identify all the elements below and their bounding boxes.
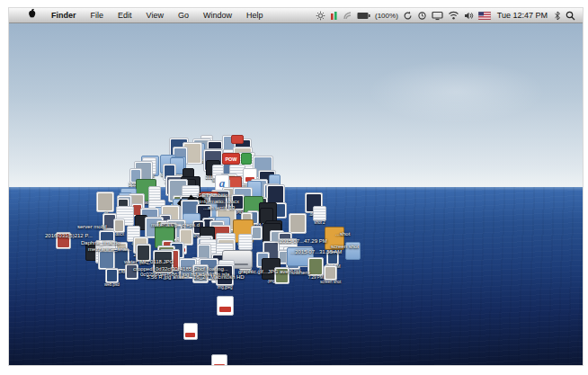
spotlight-icon[interactable] — [566, 11, 575, 21]
file-thumbnail — [290, 215, 305, 232]
file-thumbnail — [115, 220, 124, 231]
pow-image-icon[interactable]: POW — [222, 153, 240, 165]
file-label[interactable]: mezzanine_final... — [88, 246, 131, 252]
desktop-file-icon[interactable]: shot 2 — [313, 206, 326, 221]
file-label[interactable]: nowhere — [290, 270, 310, 275]
menu-bar: Finder File Edit View Go Window Help (10… — [9, 8, 583, 23]
menu-item-file[interactable]: File — [84, 8, 111, 22]
file-label[interactable]: water lMc_0118.JPG — [124, 259, 174, 264]
menu-bar-left: Finder File Edit View Go Window Help — [9, 8, 270, 23]
desktop-file-icon[interactable] — [217, 296, 234, 316]
file-label: .docx — [114, 233, 124, 237]
file-label[interactable]: materials/p...creps.d — [151, 222, 200, 228]
file-label[interactable]: graphic.gif...JPG ave — [238, 269, 289, 274]
desktop-file-icon[interactable]: .gif — [96, 192, 114, 212]
file-thumbnail — [107, 270, 117, 282]
file-label[interactable]: 5.56 R.jpg alias — [147, 274, 183, 280]
file-label[interactable]: 16_2( — [193, 274, 207, 280]
desktop-file-icon[interactable]: web.psd — [105, 268, 119, 284]
desktop-file-icon[interactable] — [98, 250, 115, 270]
menu-item-window[interactable]: Window — [196, 8, 239, 22]
file-label[interactable]: ...2015-07...47.29 PM — [275, 238, 327, 244]
file-label[interactable]: Daphne_final.do... — [81, 240, 125, 246]
desktop-file-icon[interactable]: .docx — [113, 219, 126, 233]
desktop-file-icon[interactable] — [183, 323, 198, 340]
file-label[interactable]: ...shot — [335, 231, 350, 237]
displays-icon[interactable] — [432, 11, 443, 21]
menu-item-go[interactable]: Go — [171, 8, 196, 22]
file-label: img.jpeg — [217, 286, 232, 290]
menu-clock[interactable]: Tue 12:47 PM — [495, 11, 549, 20]
file-thumbnail — [138, 246, 149, 260]
file-label[interactable]: server mobil... — [77, 224, 111, 229]
volume-icon[interactable] — [464, 11, 474, 21]
us-flag-icon[interactable] — [478, 12, 491, 20]
sync-icon[interactable] — [403, 11, 413, 21]
file-thumbnail — [98, 193, 112, 210]
file-label[interactable]: ...an territ. 13 — [203, 205, 235, 210]
file-label[interactable]: 2016-031(5)212 P... — [45, 233, 93, 238]
file-label[interactable]: ...2015-07...31.55 AM — [290, 249, 342, 254]
menu-item-edit[interactable]: Edit — [111, 8, 139, 22]
file-thumbnail — [181, 230, 192, 244]
gear-icon[interactable] — [316, 11, 325, 21]
file-label: web.psd — [104, 283, 120, 288]
file-thumbnail — [100, 252, 113, 268]
desktop-file-icon[interactable]: screen shot — [324, 265, 337, 281]
desktop-icon-cluster: untitled.pdf 22015-07.pngscreen shot7.29… — [9, 8, 583, 365]
apple-menu[interactable] — [20, 8, 44, 23]
file-label[interactable]: informatio...docx — [200, 199, 239, 204]
bluetooth-icon[interactable] — [554, 11, 561, 21]
time-machine-icon[interactable] — [417, 11, 427, 21]
battery-icon[interactable] — [357, 12, 370, 20]
desktop-file-icon[interactable]: web.psd — [211, 354, 227, 366]
menu-item-help[interactable]: Help — [239, 8, 271, 22]
desktop-file-icon[interactable] — [238, 234, 253, 251]
menu-item-view[interactable]: View — [139, 8, 171, 22]
battery-percent-label[interactable]: (100%) — [375, 12, 398, 20]
desktop-file-icon[interactable] — [251, 226, 263, 240]
menu-bar-status: (100%) Tue 12:47 PM — [316, 11, 583, 21]
desktop-screen: untitled.pdf 22015-07.pngscreen shot7.29… — [8, 7, 584, 366]
file-label: screen shot — [320, 281, 341, 285]
file-thumbnail — [268, 186, 283, 204]
wifi-icon[interactable] — [448, 11, 459, 20]
file-thumbnail — [275, 204, 285, 217]
file-label[interactable]: GET Ambitio... — [198, 192, 233, 198]
green-image-icon[interactable] — [241, 153, 252, 165]
red-image-icon[interactable] — [231, 135, 244, 144]
activity-bars-icon[interactable] — [330, 11, 338, 21]
file-label[interactable]: Macintosh HD — [210, 274, 245, 280]
menu-item-finder[interactable]: Finder — [44, 8, 84, 22]
apple-logo-icon — [27, 12, 37, 21]
menu-extra-icon[interactable] — [343, 11, 352, 21]
file-thumbnail — [253, 228, 261, 238]
file-label: shot 2 — [314, 221, 325, 226]
file-thumbnail — [309, 259, 323, 275]
desktop-file-icon[interactable] — [289, 213, 307, 234]
file-thumbnail — [325, 267, 335, 279]
